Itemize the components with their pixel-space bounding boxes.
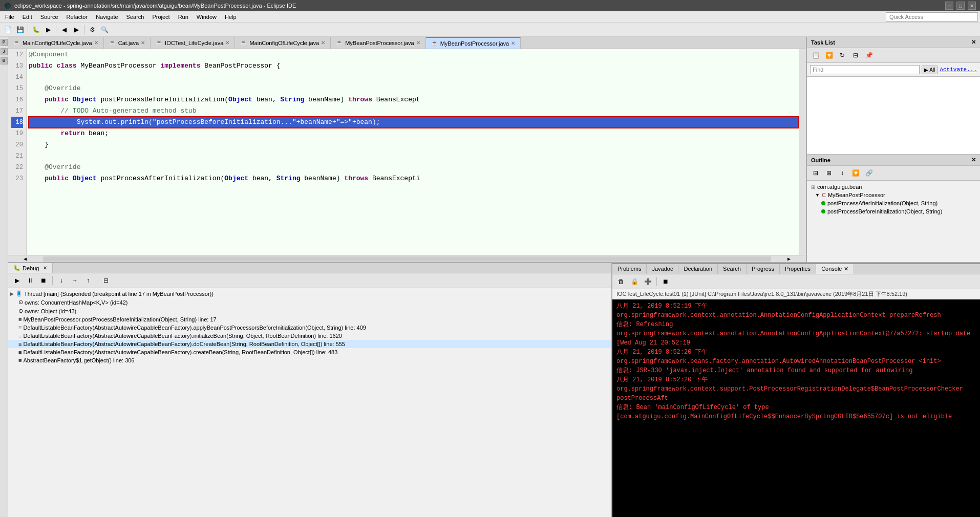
toolbar-btn-extra2[interactable]: 🔍: [99, 24, 110, 35]
console-stop-btn[interactable]: ⏹: [660, 276, 671, 287]
debug-button[interactable]: 🐛: [30, 24, 41, 35]
code-line-15[interactable]: @Override: [29, 83, 799, 94]
menu-run[interactable]: Run: [175, 13, 191, 21]
close-button[interactable]: ✕: [968, 2, 976, 10]
menu-source[interactable]: Source: [37, 13, 61, 21]
debug-stop-btn[interactable]: ⏹: [38, 275, 49, 286]
task-refresh-btn[interactable]: ↻: [837, 50, 848, 61]
console-tab-problems[interactable]: Problems: [612, 264, 647, 274]
debug-tree-initialize[interactable]: ≡ DefaultListableBeanFactory(AbstractAut…: [8, 332, 611, 340]
debug-tree-concurrenthashmap[interactable]: ⊙ owns: ConcurrentHashMap<K,V> (id=42): [8, 298, 611, 307]
menu-window[interactable]: Window: [194, 13, 220, 21]
code-line-22[interactable]: @Override: [29, 162, 799, 173]
task-all-button[interactable]: ▶ All: [922, 66, 938, 74]
outline-item-package[interactable]: ⊞ com.atguigu.bean: [807, 183, 980, 191]
tab-ioctest[interactable]: ☕ IOCTest_LifeCycle.java ✕: [151, 37, 235, 49]
console-clear-btn[interactable]: 🗑: [615, 276, 627, 287]
code-line-20[interactable]: }: [29, 139, 799, 150]
debug-tree-thread[interactable]: ▶ 🧵 Thread [main] (Suspended (breakpoint…: [8, 289, 611, 298]
debug-tab-debug[interactable]: 🐛 Debug ✕: [8, 263, 53, 273]
task-activate-link[interactable]: Activate...: [940, 67, 977, 73]
maximize-button[interactable]: □: [956, 2, 965, 10]
code-line-13[interactable]: public class MyBeanPostProcessor impleme…: [29, 60, 799, 72]
outline-item-method-before[interactable]: postProcessBeforeInitialization(Object, …: [807, 207, 980, 216]
menu-file[interactable]: File: [2, 13, 17, 21]
code-line-12[interactable]: @Component: [29, 49, 799, 60]
h-scroll-right[interactable]: ▶: [772, 256, 806, 262]
outline-item-class[interactable]: ▼ C MyBeanPostProcessor: [807, 191, 980, 199]
code-line-19[interactable]: return bean;: [29, 128, 799, 139]
console-tab-progress[interactable]: Progress: [747, 264, 780, 274]
code-scrollbar[interactable]: [799, 49, 806, 255]
tab-cat[interactable]: ☕ Cat.java ✕: [104, 37, 151, 49]
run-button[interactable]: ▶: [42, 24, 54, 35]
console-tab-javadoc[interactable]: Javadoc: [647, 264, 678, 274]
sidebar-toggle-2[interactable]: J: [1, 48, 8, 55]
sidebar-toggle-3[interactable]: B: [1, 57, 8, 64]
forward-button[interactable]: ▶: [71, 24, 82, 35]
h-scroll-left[interactable]: ◀: [8, 256, 42, 262]
debug-stepover-btn[interactable]: →: [69, 275, 80, 286]
quick-access-input[interactable]: [886, 12, 978, 21]
menu-navigate[interactable]: Navigate: [93, 13, 121, 21]
outline-sort-btn[interactable]: ↕: [837, 167, 848, 179]
debug-resume-btn[interactable]: ▶: [11, 275, 23, 286]
debug-stepinto-btn[interactable]: ↓: [56, 275, 67, 286]
code-line-16[interactable]: public Object postProcessBeforeInitializ…: [29, 94, 799, 105]
menu-project[interactable]: Project: [149, 13, 173, 21]
debug-tree-object[interactable]: ⊙ owns: Object (id=43): [8, 307, 611, 315]
console-tab-declaration[interactable]: Declaration: [678, 264, 718, 274]
code-line-18[interactable]: System.out.println("postProcessBeforeIni…: [29, 117, 799, 128]
task-new-btn[interactable]: 📋: [810, 50, 821, 61]
tab-close-1[interactable]: ✕: [94, 40, 98, 46]
tab-mainconfigoflifecycle-2[interactable]: ☕ MainConfigOfLifeCycle.java ✕: [235, 37, 331, 49]
debug-suspend-btn[interactable]: ⏸: [25, 275, 36, 286]
code-line-14[interactable]: [29, 72, 799, 83]
menu-edit[interactable]: Edit: [19, 13, 35, 21]
debug-tree-mybean-post[interactable]: ≡ MyBeanPostProcessor.postProcessBeforeI…: [8, 315, 611, 324]
outline-item-method-after[interactable]: postProcessAfterInitialization(Object, S…: [807, 199, 980, 207]
outline-filter-btn[interactable]: 🔽: [850, 167, 861, 179]
debug-tree-docreate[interactable]: ≡ DefaultListableBeanFactory(AbstractAut…: [8, 340, 611, 348]
console-scroll-lock-btn[interactable]: 🔒: [629, 276, 640, 287]
tab-close-3[interactable]: ✕: [416, 40, 420, 46]
debug-stepreturn-btn[interactable]: ↑: [82, 275, 94, 286]
code-line-21[interactable]: [29, 150, 799, 162]
outline-close-icon[interactable]: ✕: [971, 157, 976, 163]
console-new-btn[interactable]: ➕: [642, 276, 653, 287]
h-scroll-thumb[interactable]: [43, 256, 771, 262]
menu-help[interactable]: Help: [222, 13, 240, 21]
back-button[interactable]: ◀: [58, 24, 70, 35]
console-tab-console[interactable]: Console ✕: [816, 264, 854, 274]
sidebar-toggle-1[interactable]: P: [1, 39, 8, 46]
tab-mainconfigoflifecycle-1[interactable]: ☕ MainConfigOfLifeCycle.java ✕: [8, 37, 104, 49]
code-line-23[interactable]: public Object postProcessAfterInitializa…: [29, 173, 799, 184]
tab-close-ioc[interactable]: ✕: [225, 40, 229, 46]
task-list-close-icon[interactable]: ✕: [971, 39, 976, 46]
task-filter-btn[interactable]: 🔽: [823, 50, 835, 61]
console-tab-properties[interactable]: Properties: [780, 264, 816, 274]
task-collapse-btn[interactable]: ⊟: [850, 50, 861, 61]
task-pin-btn[interactable]: 📌: [863, 50, 875, 61]
debug-tree-apply[interactable]: ≡ DefaultListableBeanFactory(AbstractAut…: [8, 324, 611, 332]
code-line-17[interactable]: // TODO Auto-generated method stub: [29, 105, 799, 117]
tab-mybeanpostprocessor-1[interactable]: ☕ MyBeanPostProcessor.java ✕: [331, 37, 426, 49]
minimize-button[interactable]: ─: [945, 2, 953, 10]
outline-collapse-btn[interactable]: ⊟: [810, 167, 821, 179]
task-find-input[interactable]: [810, 65, 920, 74]
h-scroll[interactable]: ◀ ▶: [8, 255, 806, 262]
outline-expand-btn[interactable]: ⊞: [823, 167, 835, 179]
debug-tree-getobject[interactable]: ≡ AbstractBeanFactory$1.getObject() line…: [8, 356, 611, 364]
save-button[interactable]: 💾: [14, 24, 26, 35]
toolbar-btn-extra1[interactable]: ⚙: [87, 24, 98, 35]
menu-refactor[interactable]: Refactor: [63, 13, 91, 21]
outline-link-btn[interactable]: 🔗: [863, 167, 875, 179]
debug-tree-createbean[interactable]: ≡ DefaultListableBeanFactory(AbstractAut…: [8, 348, 611, 356]
tab-close-cat[interactable]: ✕: [141, 40, 145, 46]
tab-close-4[interactable]: ✕: [511, 40, 515, 46]
menu-search[interactable]: Search: [123, 13, 147, 21]
debug-tab-close[interactable]: ✕: [43, 265, 47, 271]
tab-close-2[interactable]: ✕: [321, 40, 325, 46]
debug-collapse-btn[interactable]: ⊟: [100, 275, 112, 286]
tab-mybeanpostprocessor-2[interactable]: ☕ MyBeanPostProcessor.java ✕: [426, 37, 521, 49]
